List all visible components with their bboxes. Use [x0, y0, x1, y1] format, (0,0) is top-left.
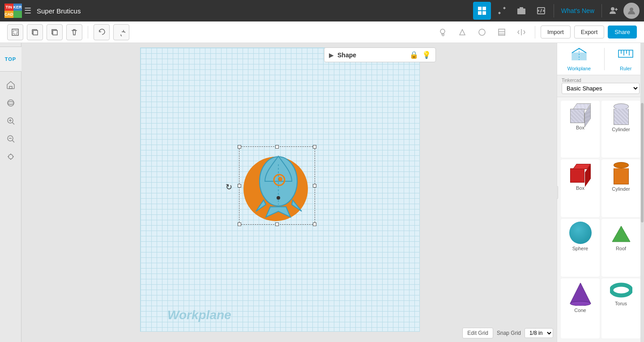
grid-icon[interactable] [494, 24, 510, 40]
shape-item-cone[interactable]: Cone [561, 278, 600, 338]
secondary-toolbar: Import Export Share [0, 21, 644, 43]
scrollbar-thumb[interactable] [641, 103, 644, 222]
fit-all-btn[interactable] [3, 149, 19, 165]
hamburger-icon[interactable]: ☰ [24, 6, 31, 16]
svg-rect-0 [478, 7, 482, 10]
shape-panel-arrow[interactable]: ▶ [329, 51, 334, 59]
shape-item-box-grey[interactable]: Box [561, 101, 600, 158]
main-area: TOP Workplane [0, 43, 644, 342]
frame-btn[interactable] [7, 24, 23, 40]
logo-i: KER [13, 4, 22, 11]
box-grey-visual [570, 103, 591, 123]
tools-btn[interactable] [493, 2, 511, 20]
rocket-svg [239, 146, 315, 225]
user-avatar[interactable] [623, 3, 640, 19]
roof-visual [610, 222, 632, 244]
right-panel-header: Workplane Ruler [557, 43, 644, 75]
what-new-btn[interactable]: What's New [558, 7, 598, 14]
projects-btn[interactable] [512, 2, 530, 20]
box-red-visual [570, 162, 591, 184]
shape-item-torus[interactable]: Torus [601, 278, 640, 338]
shape-panel-light[interactable]: 💡 [422, 51, 431, 59]
right-scrollbar[interactable] [640, 43, 644, 342]
ruler-label-text: Ruler [620, 66, 631, 71]
workplane[interactable]: Workplane ↻ [140, 47, 420, 332]
import-btn[interactable]: Import [541, 26, 571, 38]
svg-point-19 [8, 100, 14, 106]
shape-item-cylinder-grey[interactable]: Cylinder [601, 101, 640, 158]
shape-label-cylinder-orange: Cylinder [612, 186, 630, 192]
duplicate-btn[interactable] [27, 24, 43, 40]
shape-icon[interactable] [454, 24, 470, 40]
grid-controls: Edit Grid Snap Grid 1/8 in 1/4 in 1/2 in… [462, 328, 553, 338]
export-btn[interactable]: Export [574, 26, 605, 38]
svg-point-7 [630, 8, 633, 11]
shape-item-roof[interactable]: Roof [601, 219, 640, 277]
cylinder-orange-visual [611, 162, 631, 184]
zoom-in-btn[interactable] [3, 113, 19, 129]
shape-label-roof: Roof [616, 246, 626, 251]
snap-label: Snap Grid [497, 330, 521, 336]
svg-rect-15 [499, 29, 505, 35]
edit-grid-btn[interactable]: Edit Grid [462, 328, 493, 338]
shape-panel-lock[interactable]: 🔒 [409, 51, 418, 59]
logo-k [13, 11, 22, 18]
logo-t: TIN [4, 4, 13, 11]
cone-visual [569, 281, 592, 306]
undo-btn[interactable] [94, 24, 110, 40]
shape-item-sphere[interactable]: Sphere [561, 219, 600, 277]
svg-point-14 [479, 29, 485, 35]
project-name: Super Bruticus [37, 7, 81, 15]
orbit-btn[interactable] [3, 95, 19, 111]
svg-point-45 [611, 285, 631, 295]
redo-btn[interactable] [113, 24, 129, 40]
shape-label-sphere: Sphere [572, 246, 588, 251]
collapse-panel-btn[interactable]: ❯ [557, 186, 558, 199]
shapes-grid: Box Cylinder Box [557, 97, 644, 342]
code-btn[interactable] [532, 2, 550, 20]
snap-select[interactable]: 1/8 in 1/4 in 1/2 in 1 in [525, 328, 553, 338]
home-view-btn[interactable] [3, 77, 19, 93]
svg-rect-3 [482, 11, 486, 15]
svg-point-28 [9, 154, 13, 159]
add-person-btn[interactable] [606, 3, 622, 19]
delete-btn[interactable] [66, 24, 82, 40]
circle-icon[interactable] [474, 24, 490, 40]
library-brand: Tinkercad [562, 78, 640, 83]
svg-point-13 [440, 29, 445, 34]
workplane-label-text: Workplane [567, 66, 591, 71]
shape-library-select[interactable]: Basic Shapes Text & Numbers Connectors [562, 83, 640, 94]
svg-rect-2 [478, 11, 482, 15]
grid-view-btn[interactable] [473, 2, 491, 20]
right-panel: ❯ Workplane [557, 43, 644, 342]
svg-rect-8 [12, 29, 18, 35]
cylinder-grey-visual [611, 103, 631, 125]
tinkercad-logo[interactable]: TIN KER CAD [4, 4, 19, 18]
svg-rect-10 [33, 30, 38, 35]
canvas-area[interactable]: Workplane ↻ [21, 43, 557, 342]
shape-item-box-red[interactable]: Box [561, 159, 600, 217]
svg-rect-4 [517, 9, 525, 14]
svg-point-20 [8, 102, 14, 104]
copy-btn[interactable] [47, 24, 63, 40]
flip-icon[interactable] [513, 24, 529, 40]
shape-label-box-red: Box [576, 185, 584, 191]
svg-point-6 [611, 7, 614, 11]
rotate-handle[interactable]: ↻ [226, 182, 232, 192]
svg-marker-43 [570, 283, 591, 304]
light-bulb-icon[interactable] [435, 24, 451, 40]
workplane-icon [571, 47, 587, 64]
svg-marker-42 [612, 226, 630, 242]
zoom-out-btn[interactable] [3, 131, 19, 147]
workplane-btn[interactable]: Workplane [567, 47, 591, 71]
shape-label-cone: Cone [574, 308, 586, 313]
view-cube[interactable]: TOP [0, 47, 23, 72]
shape-label-box-grey: Box [576, 125, 584, 130]
share-btn[interactable]: Share [608, 26, 637, 38]
top-navbar: TIN KER CAD ☰ Super Bruticus What's New [0, 0, 644, 21]
torus-visual [610, 281, 632, 299]
shape-item-cylinder-orange[interactable]: Cylinder [601, 159, 640, 217]
ruler-btn[interactable]: Ruler [618, 47, 634, 71]
svg-rect-18 [9, 86, 12, 89]
ruler-icon [618, 47, 634, 64]
